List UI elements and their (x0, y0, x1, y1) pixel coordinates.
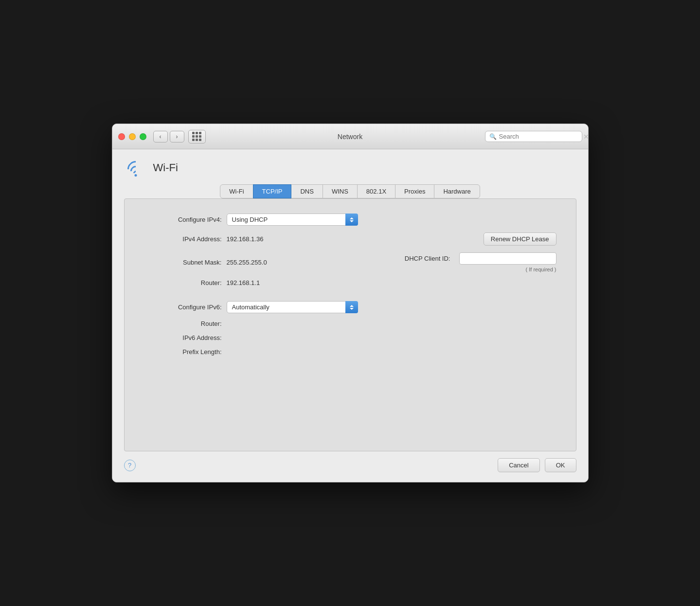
titlebar: ‹ › Network 🔍 ✕ (112, 124, 588, 149)
tab-wifi[interactable]: Wi-Fi (220, 184, 253, 198)
dhcp-client-id-label: DHCP Client ID: (405, 255, 450, 262)
configure-ipv6-select-container: Automatically Manually Off Link-local on… (227, 301, 358, 313)
configure-ipv4-row: Configure IPv4: Using DHCP Manually Usin… (144, 214, 556, 226)
dhcp-client-id-input[interactable] (459, 252, 556, 265)
tab-dns[interactable]: DNS (291, 184, 323, 198)
back-button[interactable]: ‹ (153, 131, 168, 143)
grid-icon (192, 132, 201, 141)
forward-button[interactable]: › (170, 131, 184, 143)
prefix-length-row: Prefix Length: (144, 348, 556, 356)
configure-ipv4-select-container: Using DHCP Manually Using BOOTP Off (227, 214, 358, 226)
traffic-lights (118, 133, 146, 140)
search-bar[interactable]: 🔍 ✕ (485, 131, 582, 142)
bottom-bar: ? Cancel OK (112, 451, 588, 482)
ipv6-address-label: IPv6 Address: (144, 334, 222, 341)
maximize-button[interactable] (140, 133, 146, 140)
ipv4-address-value: 192.168.1.36 (227, 235, 264, 243)
settings-panel: Configure IPv4: Using DHCP Manually Usin… (124, 198, 576, 451)
prefix-length-label: Prefix Length: (144, 348, 222, 356)
search-input[interactable] (499, 133, 581, 140)
tab-8021x[interactable]: 802.1X (357, 184, 395, 198)
bottom-actions: Cancel OK (498, 458, 576, 472)
minimize-button[interactable] (129, 133, 136, 140)
search-clear-icon[interactable]: ✕ (583, 133, 589, 140)
ok-button[interactable]: OK (545, 458, 576, 472)
tabs: Wi-Fi TCP/IP DNS WINS 802.1X Proxies Har… (124, 184, 576, 198)
configure-ipv6-row: Configure IPv6: Automatically Manually O… (144, 301, 556, 313)
page-title: Wi-Fi (153, 161, 178, 174)
close-button[interactable] (118, 133, 125, 140)
router6-row: Router: (144, 320, 556, 327)
subnet-mask-row: Subnet Mask: 255.255.255.0 DHCP Client I… (144, 252, 556, 272)
content-area: Wi-Fi Wi-Fi TCP/IP DNS WINS 802.1X Proxi… (112, 149, 588, 451)
subnet-mask-label: Subnet Mask: (144, 259, 222, 266)
router-row: Router: 192.168.1.1 (144, 279, 556, 286)
configure-ipv4-label: Configure IPv4: (144, 216, 222, 223)
renew-dhcp-button[interactable]: Renew DHCP Lease (484, 232, 556, 246)
router-label: Router: (144, 279, 222, 286)
ipv4-address-label: IPv4 Address: (144, 235, 222, 243)
tab-tcpip[interactable]: TCP/IP (253, 184, 292, 198)
configure-ipv6-label: Configure IPv6: (144, 303, 222, 311)
search-icon: 🔍 (489, 133, 497, 140)
dhcp-client-id-hint: ( If required ) (526, 267, 556, 272)
cancel-button[interactable]: Cancel (498, 458, 539, 472)
network-window: ‹ › Network 🔍 ✕ Wi-Fi (112, 124, 589, 482)
router6-label: Router: (144, 320, 222, 327)
tab-wins[interactable]: WINS (323, 184, 358, 198)
wifi-icon (124, 159, 147, 177)
window-title: Network (338, 133, 362, 141)
nav-buttons: ‹ › (153, 131, 184, 143)
configure-ipv6-select[interactable]: Automatically Manually Off Link-local on… (227, 301, 358, 313)
header-row: Wi-Fi (124, 159, 576, 177)
tab-hardware[interactable]: Hardware (434, 184, 480, 198)
subnet-mask-value: 255.255.255.0 (227, 259, 267, 266)
configure-ipv4-select[interactable]: Using DHCP Manually Using BOOTP Off (227, 214, 358, 226)
router-value: 192.168.1.1 (227, 279, 260, 286)
grid-button[interactable] (188, 130, 206, 143)
help-button[interactable]: ? (124, 460, 136, 471)
ipv4-address-row: IPv4 Address: 192.168.1.36 Renew DHCP Le… (144, 232, 556, 246)
tab-proxies[interactable]: Proxies (395, 184, 434, 198)
ipv6-address-row: IPv6 Address: (144, 334, 556, 341)
